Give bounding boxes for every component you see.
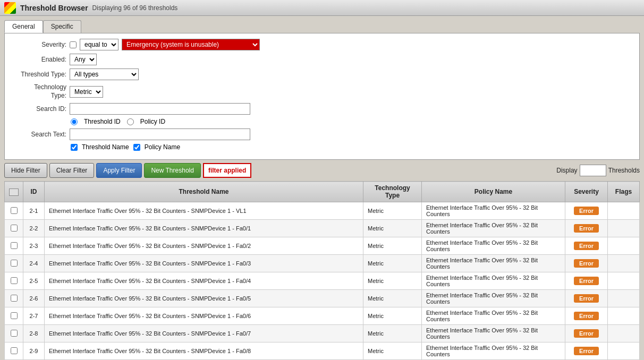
row-severity: Error <box>565 307 608 325</box>
policy-name-checkbox[interactable] <box>133 144 140 151</box>
table-row[interactable]: 2-6 Ethernet Interface Traffic Over 95% … <box>5 290 640 307</box>
search-in-row: Threshold Name Policy Name <box>71 143 631 151</box>
select-all-header[interactable] <box>5 182 23 202</box>
row-tech-type: Metric <box>363 202 422 220</box>
row-checkbox[interactable] <box>11 330 18 337</box>
row-checkbox-cell[interactable] <box>5 237 23 255</box>
tab-general[interactable]: General <box>4 20 43 33</box>
row-threshold-name[interactable]: Ethernet Interface Traffic Over 95% - 32… <box>45 307 363 325</box>
row-checkbox-cell[interactable] <box>5 290 23 307</box>
threshold-name-checkbox[interactable] <box>71 144 78 151</box>
row-tech-type: Metric <box>363 237 422 255</box>
row-threshold-name[interactable]: Ethernet Interface Traffic Over 95% - 32… <box>45 342 363 360</box>
policy-id-radio[interactable] <box>127 118 134 125</box>
table-row[interactable]: 2-9 Ethernet Interface Traffic Over 95% … <box>5 342 640 360</box>
row-checkbox-cell[interactable] <box>5 325 23 342</box>
row-policy-name: Ethernet Interface Traffic Over 95% - 32… <box>422 202 565 220</box>
flags-column-header: Flags <box>608 182 640 202</box>
table-row[interactable]: 2-8 Ethernet Interface Traffic Over 95% … <box>5 325 640 342</box>
threshold-id-radio[interactable] <box>71 118 78 125</box>
row-threshold-name[interactable]: Ethernet Interface Traffic Over 95% - 32… <box>45 290 363 307</box>
row-checkbox-cell[interactable] <box>5 342 23 360</box>
technology-type-select[interactable]: Metric <box>70 86 103 98</box>
table-row[interactable]: 2-7 Ethernet Interface Traffic Over 95% … <box>5 307 640 325</box>
row-checkbox[interactable] <box>11 207 18 214</box>
row-flags <box>608 342 640 360</box>
row-checkbox-cell[interactable] <box>5 220 23 237</box>
row-severity: Error <box>565 342 608 360</box>
search-text-label: Search Text: <box>13 131 66 138</box>
row-flags <box>608 255 640 272</box>
app-subtitle: Displaying 96 of 96 thresholds <box>92 4 178 12</box>
row-threshold-name[interactable]: Ethernet Interface Traffic Over 95% - 32… <box>45 255 363 272</box>
row-tech-type: Metric <box>363 220 422 237</box>
row-id: 2-7 <box>23 307 45 325</box>
row-threshold-name[interactable]: Ethernet Interface Traffic Over 95% - 32… <box>45 202 363 220</box>
severity-column-header: Severity <box>565 182 608 202</box>
row-id: 2-4 <box>23 255 45 272</box>
row-tech-type: Metric <box>363 255 422 272</box>
row-checkbox[interactable] <box>11 260 18 267</box>
row-policy-name: Ethernet Interface Traffic Over 95% - 32… <box>422 307 565 325</box>
enabled-label: Enabled: <box>13 56 66 63</box>
row-checkbox[interactable] <box>11 225 18 232</box>
row-flags <box>608 202 640 220</box>
row-checkbox-cell[interactable] <box>5 202 23 220</box>
row-checkbox[interactable] <box>11 295 18 302</box>
severity-row: Severity: equal to Emergency (system is … <box>13 39 631 50</box>
row-tech-type: Metric <box>363 272 422 290</box>
table-row[interactable]: 2-1 Ethernet Interface Traffic Over 95% … <box>5 202 640 220</box>
filter-panel: Severity: equal to Emergency (system is … <box>4 33 640 160</box>
row-checkbox-cell[interactable] <box>5 255 23 272</box>
policy-name-column-header: Policy Name <box>422 182 565 202</box>
row-threshold-name[interactable]: Ethernet Interface Traffic Over 95% - 32… <box>45 272 363 290</box>
enabled-row: Enabled: Any <box>13 54 631 65</box>
row-flags <box>608 325 640 342</box>
clear-filter-button[interactable]: Clear Filter <box>49 163 95 178</box>
severity-badge: Error <box>574 294 599 303</box>
row-severity: Error <box>565 255 608 272</box>
severity-value-select[interactable]: Emergency (system is unusable) <box>122 39 260 50</box>
search-text-input[interactable] <box>70 128 250 140</box>
row-threshold-name[interactable]: Ethernet Interface Traffic Over 95% - 32… <box>45 325 363 342</box>
display-count-input[interactable]: 100 <box>580 165 606 176</box>
row-policy-name: Ethernet Interface Traffic Over 95% - 32… <box>422 255 565 272</box>
display-controls: Display 100 Thresholds <box>556 165 640 176</box>
row-threshold-name[interactable]: Ethernet Interface Traffic Over 95% - 32… <box>45 237 363 255</box>
table-row[interactable]: 2-5 Ethernet Interface Traffic Over 95% … <box>5 272 640 290</box>
threshold-name-checkbox-label: Threshold Name <box>82 143 129 151</box>
select-all-icon[interactable] <box>9 188 19 196</box>
tab-bar: General Specific <box>4 20 640 33</box>
row-severity: Error <box>565 272 608 290</box>
row-checkbox-cell[interactable] <box>5 272 23 290</box>
row-checkbox[interactable] <box>11 277 18 284</box>
row-tech-type: Metric <box>363 307 422 325</box>
enabled-select[interactable]: Any <box>70 54 97 65</box>
threshold-type-select[interactable]: All types Static Dynamic <box>70 68 139 80</box>
row-threshold-name[interactable]: Ethernet Interface Traffic Over 95% - 32… <box>45 220 363 237</box>
row-id: 2-3 <box>23 237 45 255</box>
table-row[interactable]: 2-3 Ethernet Interface Traffic Over 95% … <box>5 237 640 255</box>
severity-operator-select[interactable]: equal to <box>80 39 118 50</box>
severity-checkbox[interactable] <box>70 41 77 48</box>
severity-label: Severity: <box>13 41 66 48</box>
new-threshold-button[interactable]: New Threshold <box>144 163 200 178</box>
search-id-row: Search ID: <box>13 103 631 115</box>
severity-badge: Error <box>574 347 599 355</box>
row-id: 2-2 <box>23 220 45 237</box>
search-by-row: Threshold ID Policy ID <box>71 118 631 125</box>
row-checkbox[interactable] <box>11 242 18 249</box>
search-id-input[interactable] <box>70 103 250 115</box>
severity-badge: Error <box>574 224 599 233</box>
tab-specific[interactable]: Specific <box>43 20 81 33</box>
thresholds-label: Thresholds <box>608 167 640 174</box>
table-row[interactable]: 2-4 Ethernet Interface Traffic Over 95% … <box>5 255 640 272</box>
row-checkbox[interactable] <box>11 312 18 319</box>
search-id-label: Search ID: <box>13 105 66 113</box>
table-row[interactable]: 2-2 Ethernet Interface Traffic Over 95% … <box>5 220 640 237</box>
apply-filter-button[interactable]: Apply Filter <box>96 163 142 178</box>
hide-filter-button[interactable]: Hide Filter <box>4 163 47 178</box>
row-checkbox[interactable] <box>11 347 18 354</box>
row-checkbox-cell[interactable] <box>5 307 23 325</box>
row-flags <box>608 272 640 290</box>
